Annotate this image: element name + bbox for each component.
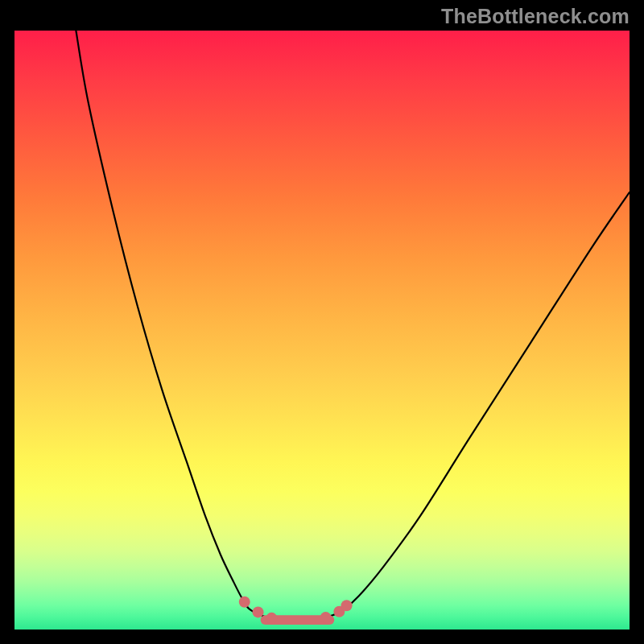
trough-marker (239, 597, 250, 608)
trough-marker (341, 600, 353, 611)
bottleneck-curve (76, 31, 630, 621)
watermark-text: TheBottleneck.com (441, 5, 630, 28)
curve-layer (14, 31, 630, 630)
plot-area (14, 31, 630, 630)
trough-marker (320, 612, 332, 623)
trough-marker (266, 613, 277, 624)
trough-marker (253, 606, 264, 617)
chart-frame: TheBottleneck.com (0, 0, 644, 644)
